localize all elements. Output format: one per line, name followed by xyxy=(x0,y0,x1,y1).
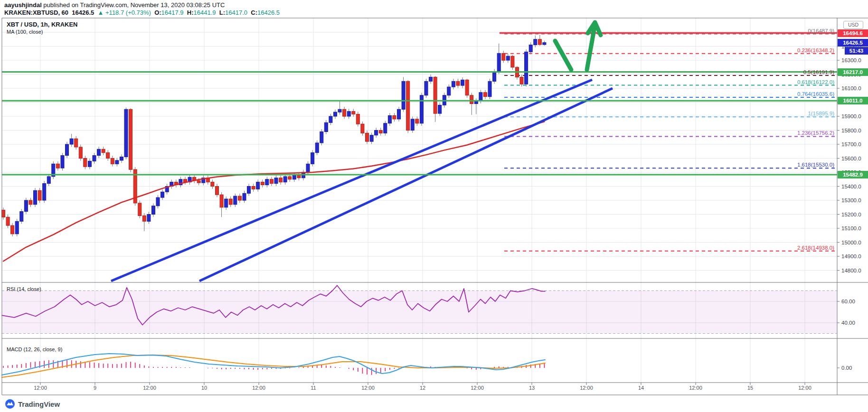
price-tick-label: 14900.0 xyxy=(841,253,861,259)
fib-level-label: 0.5(16191.9) xyxy=(803,69,834,75)
currency-pill: USD xyxy=(843,21,863,29)
price-tick-label: 15400.0 xyxy=(841,184,861,189)
price-tick-label: 15000.0 xyxy=(841,240,861,245)
price-tick-label: 15100.0 xyxy=(841,225,861,231)
time-axis-label: 11 xyxy=(311,385,316,391)
time-axis-label: 12:00 xyxy=(580,385,593,391)
time-axis-label: 12:00 xyxy=(143,385,156,391)
time-axis-label: 12:00 xyxy=(252,385,265,391)
time-axis-label: 12 xyxy=(420,385,425,391)
time-axis-label: 12:00 xyxy=(361,385,375,391)
price-tick-label: 15700.0 xyxy=(841,141,861,147)
fib-level-label: 0.618(16122.0) xyxy=(797,79,834,85)
fib-level-label: 0.236(16348.2) xyxy=(797,47,834,53)
price-tick-label: 15900.0 xyxy=(841,113,861,119)
rsi-tick-label: 60.00 xyxy=(841,299,855,304)
time-axis-label: 12:00 xyxy=(471,385,484,391)
tradingview-attribution[interactable]: TradingView xyxy=(5,399,60,409)
chart-plot[interactable] xyxy=(0,0,868,412)
time-axis-label: 9 xyxy=(94,385,96,391)
price-tick-label: 15200.0 xyxy=(841,212,861,217)
price-badge: 16494.6 xyxy=(838,29,868,37)
time-axis-label: 15 xyxy=(747,385,753,391)
price-tick-label: 14800.0 xyxy=(841,268,861,273)
price-tick-label: 15600.0 xyxy=(841,156,861,161)
price-badge: 16217.0 xyxy=(838,68,868,76)
macd-tick-label: 0.00 xyxy=(841,365,852,371)
price-tick-label: 16300.0 xyxy=(841,57,861,63)
price-tick-label: 15300.0 xyxy=(841,197,861,203)
tradingview-snapshot: aayushjindal published on TradingView.co… xyxy=(0,0,868,412)
tradingview-logo-icon xyxy=(5,399,15,409)
fib-level-label: 1.618(15530.0) xyxy=(797,162,834,168)
rsi-pane-label: RSI (14, close) xyxy=(7,286,41,292)
fib-level-label: 0.764(16035.6) xyxy=(797,91,834,97)
fib-level-label: 1.236(15756.2) xyxy=(797,130,834,136)
chart-legend-title: XBT / USD, 1h, KRAKEN xyxy=(7,21,78,28)
price-badge: 16011.0 xyxy=(838,97,868,104)
price-tick-label: 16100.0 xyxy=(841,85,861,91)
rsi-tick-label: 40.00 xyxy=(841,320,855,326)
macd-pane-label: MACD (12, 26, close, 9) xyxy=(7,346,62,352)
time-axis-label: 13 xyxy=(529,385,535,391)
time-axis-label: 14 xyxy=(638,385,644,391)
time-axis-label: 12:00 xyxy=(34,385,47,391)
tradingview-logo-text: TradingView xyxy=(18,400,60,408)
fib-level-label: 0(16487.9) xyxy=(808,28,834,34)
time-axis-label: 10 xyxy=(201,385,207,391)
fib-level-label: 2.618(14938.0) xyxy=(797,245,834,251)
price-badge: 16426.5 xyxy=(838,39,868,47)
price-tick-label: 15800.0 xyxy=(841,128,861,133)
time-axis-label: 12:00 xyxy=(689,385,702,391)
price-badge: 15482.9 xyxy=(838,171,868,178)
time-axis-label: 12:00 xyxy=(798,385,811,391)
fib-level-label: 1(15895.9) xyxy=(808,111,834,116)
countdown-badge: 51:43 xyxy=(845,47,868,55)
ma-legend: MA (100, close) xyxy=(7,29,43,35)
